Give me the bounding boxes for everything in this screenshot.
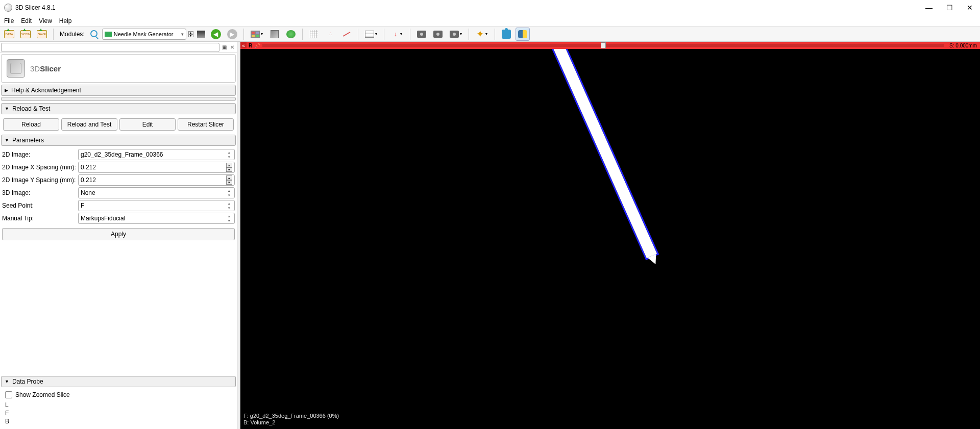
toolbar-toggle-visibility[interactable]: ▾ xyxy=(362,28,380,41)
toolbar-python-console[interactable] xyxy=(516,28,530,41)
toolbar-scene-view-menu[interactable]: ▾ xyxy=(447,28,464,41)
cursor-icon: ✦ xyxy=(476,30,484,38)
menu-help[interactable]: Help xyxy=(59,17,72,24)
combo-arrows[interactable]: ▴▾ xyxy=(226,214,232,223)
reload-button[interactable]: Reload xyxy=(3,118,59,131)
apply-button[interactable]: Apply xyxy=(2,228,235,240)
logo-prefix: 3D xyxy=(30,64,40,73)
field-y-spacing[interactable]: 0.212 ▴▾ xyxy=(78,174,235,186)
toolbar-mouse-mode[interactable]: ✦ ▾ xyxy=(473,28,491,41)
grid-icon xyxy=(310,30,318,38)
toolbar-markups[interactable]: ∴ xyxy=(323,28,337,41)
toolbar-crosshair[interactable] xyxy=(307,28,321,41)
slider-handle[interactable] xyxy=(601,42,606,48)
edit-button[interactable]: Edit xyxy=(119,118,176,131)
field-manual-tip-value: MarkupsFiducial xyxy=(81,215,226,222)
panel-close-icon[interactable]: ✕ xyxy=(229,44,236,51)
field-x-spacing-value: 0.212 xyxy=(81,164,226,171)
slice-view: « R 📌 S: 0.000mm F: g20_d2_35deg_Frame_0… xyxy=(240,42,980,429)
maximize-button[interactable]: ☐ xyxy=(946,5,952,11)
module-selected-text: Needle Mask Generator xyxy=(114,31,179,37)
title-bar: 3D Slicer 4.8.1 — ☐ ✕ xyxy=(0,0,980,15)
panel-search-row: ▣ ✕ xyxy=(0,42,237,53)
toolbar-scene-view[interactable] xyxy=(431,28,445,41)
menu-view[interactable]: View xyxy=(39,17,52,24)
field-2d-image[interactable]: g20_d2_35deg_Frame_00366 ▴▾ xyxy=(78,149,235,160)
toolbar-load-data[interactable]: DATA xyxy=(2,28,16,41)
chevron-down-icon: ▼ xyxy=(5,379,9,384)
field-3d-image-value: None xyxy=(81,189,226,196)
chevron-down-icon: ▾ xyxy=(261,32,263,36)
toolbar-layout[interactable]: ▾ xyxy=(248,28,265,41)
combo-arrows[interactable]: ▴▾ xyxy=(226,188,232,197)
toolbar-module-search[interactable] xyxy=(89,28,100,41)
minimize-button[interactable]: — xyxy=(926,5,932,11)
combo-arrows[interactable]: ▴▾ xyxy=(226,201,232,210)
menu-edit[interactable]: Edit xyxy=(21,17,32,24)
combo-arrows[interactable]: ▴▾ xyxy=(226,150,232,159)
toolbar-separator xyxy=(410,29,410,40)
field-3d-image[interactable]: None ▴▾ xyxy=(78,187,235,198)
slice-canvas[interactable]: F: g20_d2_35deg_Frame_00366 (0%) B: Volu… xyxy=(240,49,980,429)
toolbar-load-dicom[interactable]: DICOM xyxy=(18,28,33,41)
toolbar-save[interactable]: SAVE xyxy=(35,28,49,41)
section-strip xyxy=(1,97,236,101)
field-x-spacing[interactable]: 0.212 ▴▾ xyxy=(78,162,235,173)
toolbar-fiducial[interactable]: ↓ ▾ xyxy=(388,28,406,41)
panel-search-input[interactable] xyxy=(1,43,219,52)
toolbar-back[interactable]: ◀ xyxy=(209,28,223,41)
slice-offset-slider[interactable] xyxy=(262,44,944,47)
main-toolbar: DATA DICOM SAVE Modules: Needle Mask Gen… xyxy=(0,27,980,42)
slice-header: « R 📌 S: 0.000mm xyxy=(240,42,980,49)
slicer-logo-icon xyxy=(7,59,25,78)
forward-icon: ▶ xyxy=(227,29,237,39)
close-button[interactable]: ✕ xyxy=(967,5,973,11)
reload-test-button[interactable]: Reload and Test xyxy=(61,118,117,131)
needle-fill xyxy=(552,49,657,258)
toolbar-segmentation[interactable] xyxy=(284,28,298,41)
label-y-spacing: 2D Image Y Spacing (mm): xyxy=(2,176,76,184)
module-selector[interactable]: Needle Mask Generator ▾ xyxy=(102,29,186,40)
module-history-down[interactable]: ▾ xyxy=(188,34,193,37)
field-manual-tip[interactable]: MarkupsFiducial ▴▾ xyxy=(78,213,235,224)
ruler-icon xyxy=(342,32,350,37)
toolbar-separator xyxy=(469,29,469,40)
chevron-right-icon: ▶ xyxy=(5,88,8,93)
section-dataprobe[interactable]: ▼ Data Probe xyxy=(1,376,236,387)
probe-F: F xyxy=(5,410,232,417)
toolbar-window-level[interactable] xyxy=(195,28,207,41)
slice-pin-icon[interactable]: 📌 xyxy=(254,43,260,48)
slicer-logo-text: 3DSlicer xyxy=(30,64,61,73)
menu-file[interactable]: File xyxy=(4,17,14,24)
table-icon xyxy=(365,31,374,38)
slice-menu-toggle[interactable]: « xyxy=(240,42,247,48)
toolbar-volume-rendering[interactable] xyxy=(267,28,282,41)
toolbar-extensions[interactable] xyxy=(499,28,513,41)
show-zoomed-checkbox[interactable] xyxy=(5,391,12,398)
head-icon xyxy=(286,30,296,38)
spin-arrows[interactable]: ▴▾ xyxy=(226,175,232,185)
show-zoomed-row: Show Zoomed Slice xyxy=(5,391,232,398)
toolbar-ruler[interactable] xyxy=(339,28,354,41)
module-panel: ▣ ✕ 3DSlicer ▶ Help & Acknowledgement ▼ … xyxy=(0,42,237,429)
parameters-grid: 2D Image: g20_d2_35deg_Frame_00366 ▴▾ 2D… xyxy=(0,147,237,226)
window-title: 3D Slicer 4.8.1 xyxy=(15,4,56,11)
chevron-updown-icon: ▾ xyxy=(181,32,184,37)
section-reload[interactable]: ▼ Reload & Test xyxy=(1,103,236,114)
section-parameters[interactable]: ▼ Parameters xyxy=(1,135,236,146)
slice-orient-label: R xyxy=(247,43,254,48)
toolbar-screenshot[interactable] xyxy=(414,28,429,41)
python-icon xyxy=(518,30,527,39)
spin-arrows[interactable]: ▴▾ xyxy=(226,163,232,172)
chevron-down-icon: ▾ xyxy=(375,32,377,36)
overlay-foreground: F: g20_d2_35deg_Frame_00366 (0%) xyxy=(243,413,339,419)
section-help[interactable]: ▶ Help & Acknowledgement xyxy=(1,85,236,96)
field-seed-point[interactable]: F ▴▾ xyxy=(78,200,235,211)
chevron-down-icon: ▼ xyxy=(5,138,9,143)
toolbar-forward[interactable]: ▶ xyxy=(225,28,239,41)
camera-list-icon xyxy=(450,31,459,38)
panel-pin-icon[interactable]: ▣ xyxy=(220,44,228,51)
chevron-down-icon: ▾ xyxy=(400,32,402,36)
restart-button[interactable]: Restart Slicer xyxy=(178,118,234,131)
gradient-icon xyxy=(197,31,205,38)
